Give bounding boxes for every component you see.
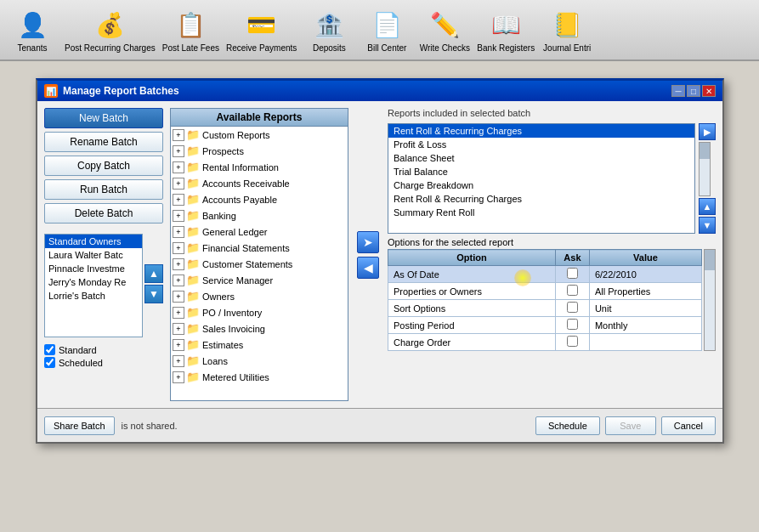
tree-item-metered-utilities[interactable]: + 📁 Metered Utilities	[171, 369, 348, 385]
option-ask-1[interactable]	[555, 283, 589, 300]
toolbar-post-recurring[interactable]: 💰 Post Recurring Charges	[65, 8, 156, 53]
tree-item-banking[interactable]: + 📁 Banking	[171, 207, 348, 224]
schedule-button[interactable]: Schedule	[535, 416, 600, 435]
expand-custom-reports[interactable]: +	[173, 129, 184, 141]
expand-po-inventory[interactable]: +	[173, 307, 184, 319]
expand-prospects[interactable]: +	[173, 145, 184, 157]
toolbar-receive-payments[interactable]: 💳 Receive Payments	[226, 8, 297, 53]
batch-item-jerry[interactable]: Jerry's Monday Re	[45, 275, 142, 289]
copy-batch-button[interactable]: Copy Batch	[44, 156, 163, 176]
expand-rental-info[interactable]: +	[173, 161, 184, 173]
tree-item-prospects[interactable]: + 📁 Prospects	[171, 143, 348, 159]
report-item-profit-loss[interactable]: Profit & Loss	[388, 138, 694, 151]
remove-report-button[interactable]: ◀	[357, 257, 379, 279]
options-row-1[interactable]: Properties or Owners All Properties	[388, 283, 702, 300]
report-item-charge-breakdown[interactable]: Charge Breakdown	[388, 178, 694, 192]
minimize-button[interactable]: ─	[671, 85, 685, 97]
bank-registers-icon: 📖	[488, 8, 524, 43]
tree-item-accounts-payable[interactable]: + 📁 Accounts Payable	[171, 191, 348, 207]
tree-item-financial-statements[interactable]: + 📁 Financial Statements	[171, 240, 348, 256]
close-button[interactable]: ✕	[702, 85, 716, 97]
option-ask-0[interactable]	[555, 266, 589, 283]
expand-accounts-payable[interactable]: +	[173, 194, 184, 206]
reports-move-down-button[interactable]: ▼	[699, 217, 716, 234]
scroll-right-top[interactable]: ▶	[699, 123, 716, 140]
share-batch-button[interactable]: Share Batch	[44, 416, 115, 435]
batch-item-pinnacle[interactable]: Pinnacle Investme	[45, 262, 142, 275]
available-reports-tree[interactable]: + 📁 Custom Reports + 📁 Prospects + 📁 Ren…	[170, 127, 348, 401]
reports-included-list[interactable]: Rent Roll & Recurring Charges Profit & L…	[388, 123, 695, 234]
batch-item-lorrie[interactable]: Lorrie's Batch	[45, 289, 142, 303]
ask-checkbox-3[interactable]	[567, 319, 578, 330]
expand-sales-invoicing[interactable]: +	[173, 323, 184, 335]
folder-icon-prospects: 📁	[186, 144, 200, 157]
expand-loans[interactable]: +	[173, 355, 184, 367]
report-item-balance-sheet[interactable]: Balance Sheet	[388, 151, 694, 165]
batch-list[interactable]: Standard Owners Laura Walter Batc Pinnac…	[45, 235, 142, 337]
ask-checkbox-1[interactable]	[567, 285, 578, 296]
batch-item-laura[interactable]: Laura Walter Batc	[45, 248, 142, 262]
tree-item-service-manager[interactable]: + 📁 Service Manager	[171, 272, 348, 288]
expand-metered-utilities[interactable]: +	[173, 371, 184, 383]
toolbar-tenants[interactable]: 👤 Tenants	[7, 8, 58, 53]
option-ask-2[interactable]	[555, 300, 589, 317]
tree-item-general-ledger[interactable]: + 📁 General Ledger	[171, 224, 348, 240]
ask-checkbox-4[interactable]	[567, 336, 578, 347]
journal-entries-icon: 📒	[549, 8, 585, 43]
tree-item-estimates[interactable]: + 📁 Estimates	[171, 337, 348, 353]
expand-estimates[interactable]: +	[173, 339, 184, 351]
report-item-summary-rent-roll[interactable]: Summary Rent Roll	[388, 206, 694, 219]
delete-batch-button[interactable]: Delete Batch	[44, 203, 163, 224]
toolbar-write-checks[interactable]: ✏️ Write Checks	[419, 8, 470, 53]
new-batch-button[interactable]: New Batch	[44, 108, 163, 128]
save-button[interactable]: Save	[605, 416, 656, 435]
batch-item-standard-owners[interactable]: Standard Owners	[45, 235, 142, 248]
expand-general-ledger[interactable]: +	[173, 226, 184, 238]
tree-item-custom-reports[interactable]: + 📁 Custom Reports	[171, 127, 348, 143]
tree-item-sales-invoicing[interactable]: + 📁 Sales Invoicing	[171, 320, 348, 337]
tree-item-owners[interactable]: + 📁 Owners	[171, 288, 348, 304]
option-ask-4[interactable]	[555, 334, 589, 351]
toolbar-deposits[interactable]: 🏦 Deposits	[303, 8, 354, 53]
ask-checkbox-0[interactable]	[567, 268, 578, 279]
options-row-3[interactable]: Posting Period Monthly	[388, 317, 702, 334]
tree-item-accounts-receivable[interactable]: + 📁 Accounts Receivable	[171, 175, 348, 191]
tree-item-po-inventory[interactable]: + 📁 PO / Inventory	[171, 304, 348, 320]
expand-owners[interactable]: +	[173, 291, 184, 303]
report-item-rent-roll[interactable]: Rent Roll & Recurring Charges	[388, 124, 694, 138]
expand-accounts-receivable[interactable]: +	[173, 178, 184, 190]
scheduled-label: Scheduled	[59, 358, 103, 368]
scheduled-checkbox[interactable]	[44, 357, 55, 368]
rename-batch-button[interactable]: Rename Batch	[44, 132, 163, 152]
filter-checkboxes: Standard Scheduled	[44, 344, 163, 368]
right-panel: Reports included in selected batch Rent …	[388, 108, 716, 401]
cancel-button[interactable]: Cancel	[661, 416, 716, 435]
report-item-rent-roll-2[interactable]: Rent Roll & Recurring Charges	[388, 192, 694, 206]
tree-item-customer-statements[interactable]: + 📁 Customer Statements	[171, 256, 348, 272]
tree-item-rental-info[interactable]: + 📁 Rental Information	[171, 159, 348, 175]
tree-label-banking: Banking	[202, 211, 236, 221]
option-ask-3[interactable]	[555, 317, 589, 334]
toolbar-post-late-fees[interactable]: 📋 Post Late Fees	[162, 8, 219, 53]
expand-customer-statements[interactable]: +	[173, 258, 184, 270]
toolbar-bank-registers[interactable]: 📖 Bank Registers	[477, 8, 535, 53]
move-down-button[interactable]: ▼	[144, 285, 163, 303]
tree-label-service-manager: Service Manager	[202, 275, 273, 286]
add-report-button[interactable]: ➤	[357, 231, 379, 253]
reports-move-up-button[interactable]: ▲	[699, 198, 716, 215]
toolbar-bill-center[interactable]: 📄 Bill Center	[361, 8, 412, 53]
ask-checkbox-2[interactable]	[567, 302, 578, 313]
expand-financial-statements[interactable]: +	[173, 242, 184, 254]
maximize-button[interactable]: □	[687, 85, 700, 97]
options-row-4[interactable]: Charge Order	[388, 334, 702, 351]
tree-item-loans[interactable]: + 📁 Loans	[171, 353, 348, 369]
run-batch-button[interactable]: Run Batch	[44, 179, 163, 200]
expand-service-manager[interactable]: +	[173, 274, 184, 286]
toolbar-journal-entries[interactable]: 📒 Journal Entri	[541, 8, 592, 53]
report-item-trial-balance[interactable]: Trial Balance	[388, 165, 694, 178]
standard-checkbox[interactable]	[44, 344, 55, 355]
move-up-button[interactable]: ▲	[144, 264, 163, 283]
options-row-2[interactable]: Sort Options Unit	[388, 300, 702, 317]
options-row-0[interactable]: As Of Date 6/22/2010	[388, 266, 702, 283]
expand-banking[interactable]: +	[173, 210, 184, 222]
